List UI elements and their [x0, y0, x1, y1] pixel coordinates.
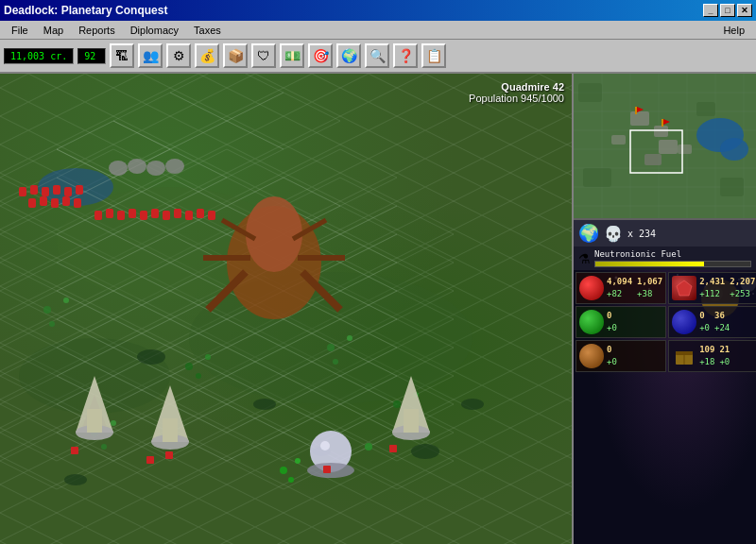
svg-marker-48	[57, 291, 170, 348]
svg-marker-42	[113, 291, 227, 348]
pop-display: 92	[77, 48, 106, 64]
planet-name-hud: Quadmire 42	[469, 81, 564, 93]
unit-stats-1b: 1,067 +38	[637, 276, 662, 299]
unit-cell-3[interactable]: 0 +0	[576, 306, 666, 338]
svg-marker-200	[677, 280, 692, 296]
toolbar-target-btn[interactable]: 🎯	[308, 43, 333, 68]
minimize-button[interactable]: _	[703, 4, 718, 17]
svg-rect-118	[87, 409, 102, 433]
svg-rect-142	[129, 209, 136, 218]
toolbar-people-btn[interactable]: 👥	[138, 43, 163, 68]
unit-cell-1[interactable]: 4,094 +82 1,067 +38	[576, 272, 666, 304]
svg-marker-68	[0, 404, 113, 461]
unit-cell-2[interactable]: 2,431 +112 2,207 +253	[668, 272, 756, 304]
menu-help[interactable]: Help	[715, 23, 752, 38]
svg-rect-144	[151, 209, 159, 218]
menu-map[interactable]: Map	[36, 23, 71, 38]
maximize-button[interactable]: □	[720, 4, 735, 17]
svg-point-96	[101, 444, 107, 450]
svg-marker-11	[170, 121, 284, 178]
toolbar-money-btn[interactable]: 💵	[280, 43, 304, 68]
minimap[interactable]	[574, 74, 756, 220]
svg-marker-26	[0, 234, 113, 291]
toolbar: 11,003 cr. 92 🏗 👥 ⚙ 💰 📦 🛡 💵 🎯 🌍 🔍 ❓ 📋	[0, 40, 756, 74]
toolbar-build-btn[interactable]: 🏗	[110, 43, 134, 68]
toolbar-search-btn[interactable]: 🔍	[365, 43, 389, 68]
svg-marker-10	[113, 149, 227, 206]
svg-marker-31	[284, 206, 397, 263]
unit-icon-1	[579, 276, 604, 300]
toolbar-misc-btn[interactable]: 📋	[421, 43, 446, 68]
svg-marker-8	[0, 149, 113, 206]
menu-reports[interactable]: Reports	[71, 23, 123, 38]
unit-stats-4: 0 +0	[699, 310, 710, 333]
svg-rect-146	[174, 209, 181, 218]
toolbar-industry-btn[interactable]: ⚙	[166, 43, 191, 68]
svg-point-90	[333, 359, 338, 365]
unit-stats-2: 2,431 +112	[699, 276, 725, 299]
window-title: Deadlock: Planetary Conquest	[4, 4, 167, 17]
menu-file[interactable]: File	[4, 23, 36, 38]
svg-rect-135	[40, 196, 47, 206]
credits-display: 11,003 cr.	[4, 48, 74, 64]
svg-rect-180	[678, 144, 692, 154]
svg-rect-153	[323, 466, 331, 473]
unit-icon-5	[579, 344, 604, 368]
svg-marker-22	[170, 178, 284, 234]
svg-rect-145	[163, 211, 170, 220]
svg-point-1	[57, 187, 284, 300]
svg-marker-41	[57, 263, 170, 319]
toolbar-help-btn[interactable]: ❓	[393, 43, 418, 68]
svg-rect-187	[696, 102, 715, 116]
svg-point-82	[43, 306, 51, 314]
svg-marker-78	[170, 404, 284, 461]
right-panel: 🌍 💀 x 234 ⚗ Neutronionic Fuel	[572, 74, 756, 544]
svg-marker-35	[113, 263, 227, 319]
svg-rect-143	[140, 211, 147, 220]
svg-rect-137	[62, 196, 70, 206]
svg-marker-63	[113, 376, 227, 433]
svg-marker-57	[170, 319, 284, 376]
svg-marker-34	[57, 234, 170, 291]
unit-cell-5[interactable]: 0 +0	[576, 340, 666, 372]
svg-marker-16	[170, 149, 284, 206]
svg-marker-72	[227, 404, 340, 461]
unit-icon-6	[672, 344, 696, 368]
svg-rect-175	[630, 111, 649, 126]
iso-grid	[0, 74, 572, 544]
svg-marker-9	[57, 121, 170, 178]
svg-marker-23	[227, 206, 340, 263]
toolbar-planet-btn[interactable]: 🌍	[336, 43, 361, 68]
skull-icon: 💀	[604, 225, 623, 243]
menu-diplomacy[interactable]: Diplomacy	[123, 23, 186, 38]
svg-marker-18	[284, 149, 397, 206]
game-viewport[interactable]: Quadmire 42 Population 945/1000	[0, 74, 572, 544]
svg-rect-179	[611, 135, 626, 144]
toolbar-shield-btn[interactable]: 🛡	[251, 43, 276, 68]
minimap-svg	[574, 74, 756, 220]
svg-marker-77	[113, 433, 227, 489]
svg-marker-116	[80, 395, 109, 433]
menu-taxes[interactable]: Taxes	[186, 23, 229, 38]
unit-stats-3: 0 +0	[607, 310, 617, 333]
svg-marker-14	[57, 149, 170, 206]
svg-rect-138	[74, 198, 81, 208]
units-data-grid: 4,094 +82 1,067 +38	[574, 270, 756, 374]
unit-cell-6[interactable]: 109 +18 21 +0	[668, 340, 756, 372]
svg-point-120	[151, 434, 189, 450]
svg-line-113	[222, 220, 255, 239]
svg-marker-66	[284, 348, 397, 404]
svg-rect-189	[720, 178, 744, 196]
svg-point-4	[38, 168, 113, 206]
svg-marker-27	[57, 206, 170, 263]
close-button[interactable]: ✕	[737, 4, 752, 17]
svg-rect-178	[644, 154, 662, 165]
unit-cell-4[interactable]: 0 +0 36 +24	[668, 306, 756, 338]
svg-marker-55	[57, 319, 170, 376]
svg-point-107	[227, 206, 321, 319]
toolbar-finance-btn[interactable]: 💰	[195, 43, 219, 68]
svg-marker-49	[113, 319, 227, 376]
toolbar-cargo-btn[interactable]: 📦	[223, 43, 248, 68]
svg-marker-71	[170, 376, 284, 433]
svg-marker-115	[76, 376, 113, 433]
